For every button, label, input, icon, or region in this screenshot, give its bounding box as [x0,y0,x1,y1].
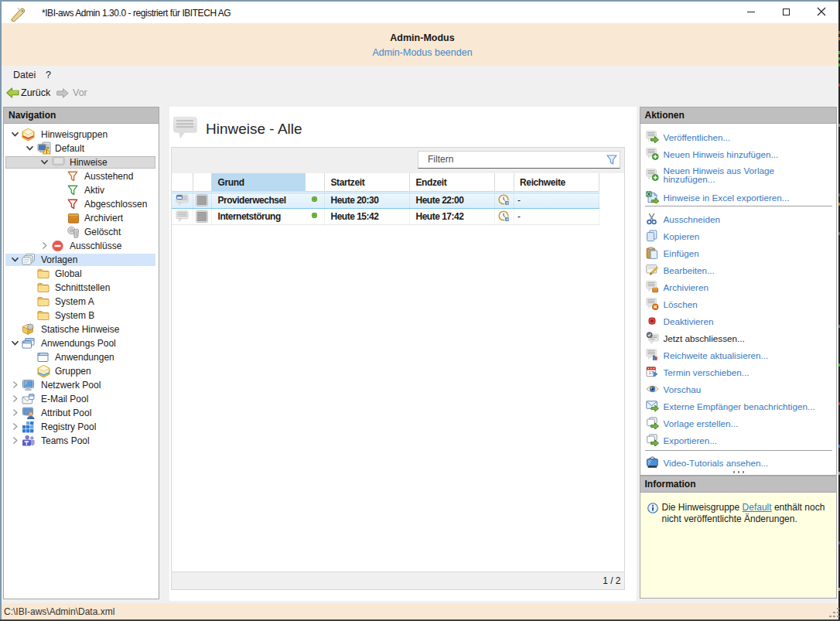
svg-text:17: 17 [648,370,653,375]
